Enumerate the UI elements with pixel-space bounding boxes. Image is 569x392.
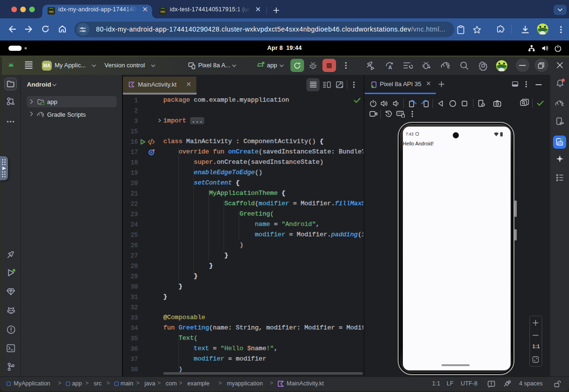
svg-text:A: A xyxy=(388,64,392,70)
